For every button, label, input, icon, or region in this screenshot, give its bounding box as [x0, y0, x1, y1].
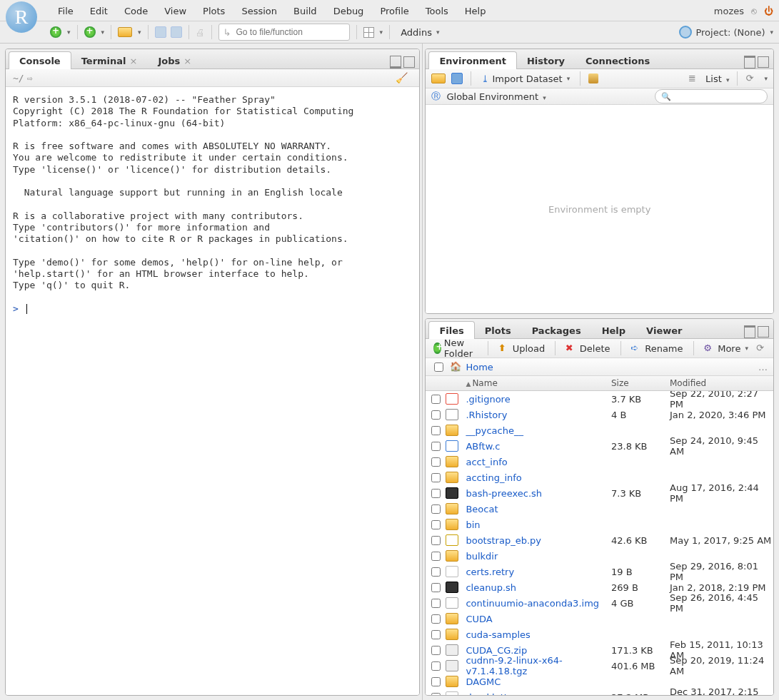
file-link[interactable]: ABftw.c	[466, 441, 500, 452]
file-link[interactable]: dead.letter	[466, 692, 517, 696]
file-checkbox[interactable]	[431, 552, 441, 561]
file-checkbox[interactable]	[431, 442, 441, 451]
view-mode-dropdown[interactable]: List ▾	[705, 73, 729, 84]
file-link[interactable]: acct_info	[466, 457, 507, 467]
save-workspace-button[interactable]	[451, 73, 463, 84]
minimize-pane-icon[interactable]	[390, 56, 401, 69]
more-button[interactable]: ⚙More ▾	[701, 341, 750, 355]
file-link[interactable]: bootstrap_eb.py	[466, 535, 541, 546]
file-checkbox[interactable]	[431, 583, 441, 592]
menu-plots[interactable]: Plots	[195, 3, 233, 19]
menu-help[interactable]: Help	[457, 3, 494, 19]
file-checkbox[interactable]	[431, 599, 441, 608]
workspace-panes-button[interactable]	[363, 27, 374, 38]
file-checkbox[interactable]	[431, 646, 441, 655]
file-checkbox[interactable]	[431, 520, 441, 529]
file-checkbox[interactable]	[431, 614, 441, 624]
file-checkbox[interactable]	[431, 473, 441, 482]
column-header-modified[interactable]: Modified	[670, 378, 773, 388]
menu-edit[interactable]: Edit	[82, 3, 116, 19]
file-link[interactable]: continuumio-anaconda3.img	[466, 598, 599, 609]
file-link[interactable]: bulkdir	[466, 551, 498, 562]
tab-plots[interactable]: Plots	[474, 321, 522, 339]
maximize-pane-icon[interactable]	[758, 56, 769, 68]
tab-jobs[interactable]: Jobs×	[147, 51, 202, 69]
menu-code[interactable]: Code	[116, 3, 156, 19]
file-checkbox[interactable]	[431, 457, 441, 467]
file-checkbox[interactable]	[431, 426, 441, 435]
file-link[interactable]: .gitignore	[466, 394, 510, 405]
addins-dropdown[interactable]: Addins▾	[396, 26, 443, 39]
import-dataset-button[interactable]: ⤓ Import Dataset▾	[479, 72, 572, 86]
file-checkbox[interactable]	[431, 504, 441, 514]
new-project-button[interactable]	[84, 26, 96, 38]
menu-profile[interactable]: Profile	[372, 3, 416, 19]
file-link[interactable]: Beocat	[466, 504, 498, 514]
save-all-button[interactable]	[171, 26, 182, 38]
open-file-button[interactable]	[118, 27, 132, 37]
column-header-size[interactable]: Size	[611, 378, 670, 388]
save-button[interactable]	[155, 26, 166, 38]
console-output[interactable]: R version 3.5.1 (2018-07-02) -- "Feather…	[6, 87, 419, 695]
file-link[interactable]: bash-preexec.sh	[466, 488, 542, 499]
rename-button[interactable]: ➪Rename	[628, 341, 685, 355]
file-checkbox[interactable]	[431, 693, 441, 696]
environment-search-input[interactable]	[671, 91, 761, 102]
home-icon[interactable]: 🏠	[450, 361, 461, 372]
new-file-button[interactable]	[50, 26, 61, 38]
breadcrumb-home[interactable]: Home	[466, 362, 493, 372]
file-checkbox[interactable]	[431, 661, 441, 671]
maximize-pane-icon[interactable]	[758, 326, 769, 338]
refresh-files-icon[interactable]: ⟳	[756, 343, 768, 354]
column-header-name[interactable]: ▲Name	[463, 378, 611, 388]
file-checkbox[interactable]	[431, 567, 441, 577]
global-environment-dropdown[interactable]: Global Environment ▾	[446, 91, 546, 102]
file-checkbox[interactable]	[431, 536, 441, 545]
menu-session[interactable]: Session	[233, 3, 285, 19]
load-workspace-button[interactable]	[431, 73, 446, 83]
goto-file-function-field[interactable]: ↳	[218, 24, 350, 41]
maximize-pane-icon[interactable]	[403, 56, 415, 68]
menu-debug[interactable]: Debug	[326, 3, 372, 19]
tab-console[interactable]: Console	[9, 51, 71, 69]
print-button[interactable]: 🖨	[196, 27, 205, 38]
file-link[interactable]: .Rhistory	[466, 410, 507, 420]
new-folder-button[interactable]: New Folder	[431, 336, 480, 360]
minimize-pane-icon[interactable]	[744, 56, 755, 69]
tab-help[interactable]: Help	[591, 321, 636, 339]
file-checkbox[interactable]	[431, 630, 441, 639]
tab-viewer[interactable]: Viewer	[635, 321, 693, 339]
file-checkbox[interactable]	[431, 395, 441, 404]
signout-icon[interactable]: ⎋	[751, 6, 757, 16]
clear-console-icon[interactable]: 🧹	[396, 72, 412, 83]
file-link[interactable]: cudnn-9.2-linux-x64-v7.1.4.18.tgz	[466, 655, 562, 676]
file-link[interactable]: bin	[466, 519, 480, 530]
tab-history[interactable]: History	[516, 51, 576, 69]
tab-terminal[interactable]: Terminal×	[71, 51, 149, 69]
path-ellipsis-button[interactable]: …	[758, 362, 768, 372]
project-label[interactable]: Project: (None)	[695, 27, 765, 38]
close-icon[interactable]: ×	[184, 56, 191, 66]
environment-search-field[interactable]: 🔍	[655, 89, 768, 103]
upload-button[interactable]: ⬆Upload	[496, 341, 548, 355]
file-link[interactable]: cleanup.sh	[466, 582, 516, 593]
file-checkbox[interactable]	[431, 489, 441, 498]
console-go-arrow-icon[interactable]: ⇨	[27, 73, 33, 83]
refresh-env-icon[interactable]: ⟳	[745, 73, 757, 84]
file-checkbox[interactable]	[431, 677, 441, 686]
file-link[interactable]: accting_info	[466, 472, 521, 483]
menu-tools[interactable]: Tools	[418, 3, 456, 19]
menu-view[interactable]: View	[156, 3, 194, 19]
file-link[interactable]: CUDA	[466, 614, 492, 624]
menu-build[interactable]: Build	[286, 3, 325, 19]
select-all-checkbox[interactable]	[434, 362, 443, 372]
file-link[interactable]: certs.retry	[466, 567, 514, 577]
tab-connections[interactable]: Connections	[575, 51, 660, 69]
file-link[interactable]: CUDA_CG.zip	[466, 645, 527, 656]
file-link[interactable]: __pycache__	[466, 425, 523, 436]
clear-environment-button[interactable]	[588, 73, 598, 83]
minimize-pane-icon[interactable]	[744, 325, 755, 338]
menu-file[interactable]: File	[50, 3, 81, 19]
file-checkbox[interactable]	[431, 410, 441, 420]
power-icon[interactable]: ⏻	[764, 6, 773, 16]
